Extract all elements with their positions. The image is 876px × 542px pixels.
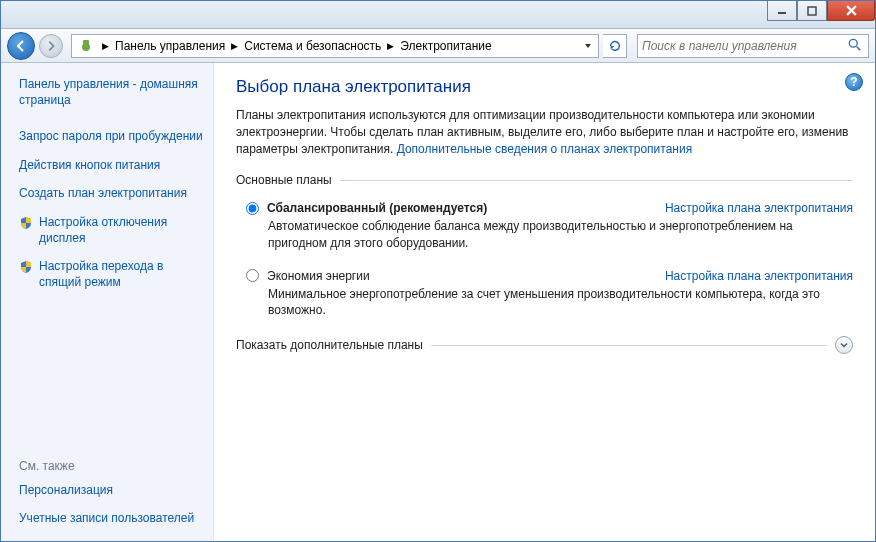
related-user-accounts-link[interactable]: Учетные записи пользователей (19, 511, 194, 527)
breadcrumb-system-security[interactable]: Система и безопасность (242, 39, 383, 53)
section-basic-plans: Основные планы (236, 173, 853, 187)
section-basic-label: Основные планы (236, 173, 332, 187)
plan-power-saver: Экономия энергии Настройка плана электро… (236, 269, 853, 318)
plan-balanced-settings-link[interactable]: Настройка плана электропитания (665, 201, 853, 215)
refresh-button[interactable] (603, 34, 627, 58)
section-additional-plans[interactable]: Показать дополнительные планы (236, 336, 853, 354)
help-icon[interactable]: ? (845, 73, 863, 91)
divider (340, 180, 853, 181)
plan-power-saver-settings-link[interactable]: Настройка плана электропитания (665, 269, 853, 283)
shield-icon (19, 216, 33, 230)
shield-icon (19, 260, 33, 274)
sidebar-link-password-on-wake[interactable]: Запрос пароля при пробуждении (19, 129, 203, 145)
main-content: ? Выбор плана электропитания Планы элект… (214, 63, 875, 541)
plan-balanced: Сбалансированный (рекомендуется) Настрой… (236, 201, 853, 250)
plan-balanced-title: Сбалансированный (рекомендуется) (267, 201, 487, 215)
plan-balanced-radio[interactable] (246, 202, 259, 215)
section-additional-label: Показать дополнительные планы (236, 338, 423, 352)
sidebar-link-power-buttons[interactable]: Действия кнопок питания (19, 158, 160, 174)
window-controls (767, 1, 875, 21)
svg-rect-1 (808, 7, 816, 15)
breadcrumb-control-panel[interactable]: Панель управления (113, 39, 227, 53)
search-input[interactable] (642, 39, 848, 53)
sidebar-link-create-plan[interactable]: Создать план электропитания (19, 186, 187, 202)
expand-button[interactable] (835, 336, 853, 354)
chevron-right-icon[interactable]: ▶ (98, 41, 113, 51)
address-dropdown-button[interactable] (578, 35, 596, 57)
breadcrumb-power-options[interactable]: Электропитание (398, 39, 493, 53)
plan-power-saver-radio[interactable] (246, 269, 259, 282)
page-title: Выбор плана электропитания (236, 77, 853, 97)
minimize-button[interactable] (767, 1, 797, 21)
learn-more-link[interactable]: Дополнительные сведения о планах электро… (397, 142, 692, 156)
svg-point-4 (82, 43, 90, 51)
svg-line-7 (857, 46, 861, 50)
chevron-right-icon[interactable]: ▶ (227, 41, 242, 51)
chevron-right-icon[interactable]: ▶ (383, 41, 398, 51)
maximize-button[interactable] (797, 1, 827, 21)
sidebar-link-sleep[interactable]: Настройка перехода в спящий режим (39, 259, 203, 290)
plan-power-saver-title: Экономия энергии (267, 269, 370, 283)
related-personalization-link[interactable]: Персонализация (19, 483, 113, 499)
navigation-bar: ▶ Панель управления ▶ Система и безопасн… (1, 29, 875, 63)
see-also-heading: См. также (19, 459, 203, 473)
back-button[interactable] (7, 32, 35, 60)
plan-power-saver-desc: Минимальное энергопотребление за счет ум… (268, 286, 853, 318)
intro-text: Планы электропитания используются для оп… (236, 107, 853, 157)
forward-button[interactable] (39, 34, 63, 58)
search-box[interactable] (637, 34, 869, 58)
power-icon (78, 38, 94, 54)
divider (431, 345, 827, 346)
svg-rect-5 (83, 40, 89, 44)
control-panel-home-link[interactable]: Панель управления - домашняя страница (19, 77, 203, 108)
title-bar (1, 1, 875, 29)
svg-point-6 (849, 39, 857, 47)
plan-balanced-desc: Автоматическое соблюдение баланса между … (268, 218, 853, 250)
sidebar: Панель управления - домашняя страница За… (1, 63, 214, 541)
sidebar-link-display-off[interactable]: Настройка отключения дисплея (39, 215, 203, 246)
close-button[interactable] (827, 1, 875, 21)
search-icon[interactable] (848, 38, 864, 54)
address-bar[interactable]: ▶ Панель управления ▶ Система и безопасн… (71, 34, 599, 58)
chevron-down-icon (839, 340, 849, 350)
